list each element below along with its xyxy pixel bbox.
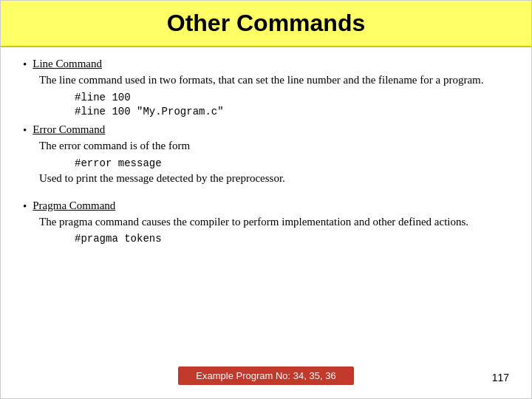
bullet-row-line: • Line Command	[23, 58, 502, 71]
bullet-icon-error: •	[23, 124, 27, 137]
pragma-code-1: #pragma tokens	[75, 233, 502, 245]
error-description: The error command is of the form	[39, 138, 502, 154]
bullet-title-line: Line Command	[33, 58, 102, 70]
line-code-1: #line 100	[75, 92, 502, 103]
spacer	[23, 191, 502, 200]
slide: Other Commands • Line Command The line c…	[0, 0, 532, 399]
page-number: 117	[492, 372, 509, 383]
bullet-icon-pragma: •	[23, 200, 27, 213]
bullet-item-line: • Line Command The line command used in …	[23, 58, 502, 117]
bullet-item-pragma: • Pragma Command The pragma command caus…	[23, 200, 502, 245]
bullet-icon-line: •	[23, 58, 27, 71]
pragma-description: The pragma command causes the compiler t…	[39, 214, 502, 231]
slide-header: Other Commands	[1, 1, 531, 47]
footer-badge: Example Program No: 34, 35, 36	[178, 366, 353, 385]
bullet-title-pragma: Pragma Command	[33, 200, 115, 212]
slide-title: Other Commands	[16, 10, 516, 37]
error-code-1: #error message	[75, 157, 502, 169]
bullet-row-error: • Error Command	[23, 123, 502, 137]
bullet-title-error: Error Command	[33, 123, 105, 136]
line-code-2: #line 100 "My.Program.c"	[75, 106, 502, 117]
bullet-row-pragma: • Pragma Command	[23, 200, 502, 213]
bullet-item-error: • Error Command The error command is of …	[23, 123, 502, 185]
error-extra: Used to print the message detected by th…	[39, 172, 502, 185]
slide-footer: Example Program No: 34, 35, 36	[1, 366, 531, 385]
slide-content: • Line Command The line command used in …	[1, 47, 531, 261]
line-description: The line command used in two formats, th…	[39, 72, 502, 89]
